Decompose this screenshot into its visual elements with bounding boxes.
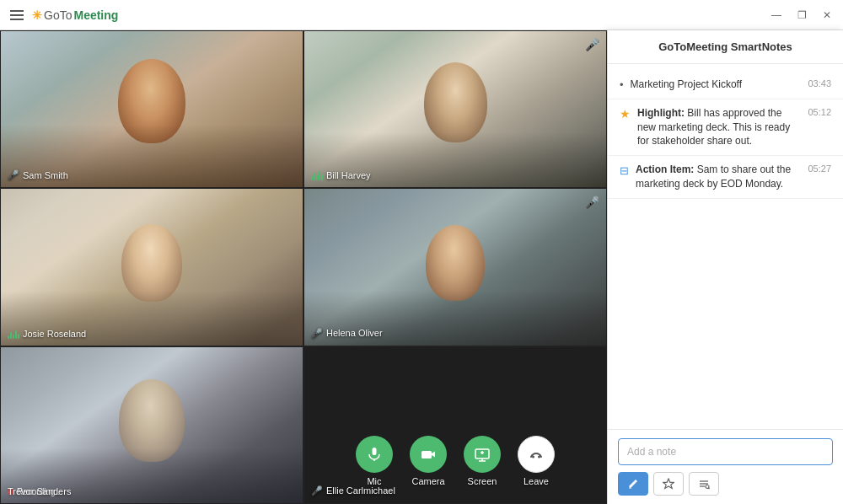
video-cell-josie: Josie Roseland — [0, 188, 303, 346]
note-actions-bar — [618, 472, 833, 496]
note-action-button[interactable] — [689, 472, 719, 496]
close-button[interactable]: ✕ — [821, 9, 833, 21]
svg-rect-2 — [422, 451, 432, 458]
trevor-name-label: Trevor Sanders — [8, 486, 71, 496]
video-grid: 🎤 Sam Smith Bill Harvey — [0, 30, 607, 504]
note-item-3: ⊟ Action Item: Sam to share out the mark… — [608, 156, 843, 199]
logo-star-icon: ✳ — [32, 8, 42, 22]
ec-mic-icon: 🎤 — [311, 485, 323, 496]
mic-button[interactable] — [356, 436, 393, 473]
note-text-1: Marketing Project Kickoff — [631, 78, 802, 92]
josie-name-label: Josie Roseland — [8, 329, 86, 339]
note-input[interactable] — [618, 438, 833, 465]
mic-control[interactable]: Mic — [356, 436, 393, 486]
svg-line-17 — [708, 488, 709, 489]
helena-name-label: 🎤 Helena Oliver — [311, 328, 383, 339]
minimize-button[interactable]: — — [771, 9, 782, 21]
note-time-1: 03:43 — [808, 78, 831, 88]
maximize-button[interactable]: ❐ — [796, 9, 808, 21]
video-cell-ec: EC Mic — [303, 346, 607, 504]
logo-meeting: Meeting — [73, 8, 118, 22]
helena-muted-icon: 🎤 — [585, 196, 599, 209]
camera-label: Camera — [411, 476, 444, 486]
app-logo: ✳ GoToMeeting — [32, 8, 118, 22]
svg-marker-12 — [663, 479, 674, 489]
screen-label: Screen — [468, 476, 497, 486]
svg-rect-0 — [373, 448, 377, 455]
main-layout: 🎤 Sam Smith Bill Harvey — [0, 30, 843, 504]
note-time-2: 05:12 — [808, 107, 831, 117]
sam-name-label: 🎤 Sam Smith — [8, 169, 68, 180]
note-item-1: • Marketing Project Kickoff 03:43 — [608, 71, 843, 99]
panel-header: GoToMeeting SmartNotes — [608, 30, 843, 64]
logo-goto: GoTo — [44, 8, 72, 22]
leave-button[interactable] — [518, 436, 555, 473]
camera-button[interactable] — [410, 436, 447, 473]
action-icon: ⊟ — [620, 164, 629, 177]
bill-name-label: Bill Harvey — [311, 170, 371, 180]
sam-mic-icon: 🎤 — [8, 169, 19, 180]
video-cell-trevor: Recording... Trevor Sanders — [0, 346, 303, 504]
video-cell-bill: Bill Harvey 🎤 — [303, 30, 607, 188]
video-cell-helena: 🎤 Helena Oliver 🎤 — [303, 188, 607, 346]
helena-mic-icon: 🎤 — [311, 328, 323, 339]
svg-point-9 — [532, 455, 534, 458]
ec-name-label: 🎤 Ellie Carlmichael — [311, 485, 395, 496]
camera-control[interactable]: Camera — [410, 436, 447, 486]
josie-sound-wave — [8, 329, 19, 339]
note-item-2: ★ Highlight: Bill has approved the new m… — [608, 99, 843, 156]
window-controls: — ❐ ✕ — [771, 9, 833, 21]
titlebar-left: ✳ GoToMeeting — [10, 8, 118, 22]
titlebar: ✳ GoToMeeting — ❐ ✕ — [0, 0, 843, 30]
note-text-2: Highlight: Bill has approved the new mar… — [637, 106, 801, 148]
mic-label: Mic — [367, 476, 381, 486]
bill-mic-top: 🎤 — [585, 38, 599, 51]
screen-control[interactable]: Screen — [464, 436, 501, 486]
bill-sound-wave — [311, 170, 323, 180]
note-text-3: Action Item: Sam to share out the market… — [636, 163, 801, 191]
leave-control[interactable]: Leave — [518, 436, 555, 486]
video-cell-sam: 🎤 Sam Smith — [0, 30, 303, 188]
note-time-3: 05:27 — [808, 164, 831, 174]
leave-label: Leave — [524, 476, 549, 486]
note-write-button[interactable] — [618, 472, 648, 496]
svg-marker-3 — [432, 451, 435, 457]
menu-icon[interactable] — [10, 10, 24, 20]
note-star-button[interactable] — [653, 472, 684, 496]
notes-list: • Marketing Project Kickoff 03:43 ★ High… — [608, 64, 843, 429]
svg-point-10 — [538, 455, 540, 458]
bullet-icon: • — [620, 78, 624, 91]
meeting-controls: Mic Camera — [356, 436, 555, 486]
screen-button[interactable] — [464, 436, 501, 473]
smartnotes-panel: GoToMeeting SmartNotes • Marketing Proje… — [607, 30, 843, 504]
note-input-area — [608, 429, 843, 504]
star-icon: ★ — [620, 107, 631, 121]
